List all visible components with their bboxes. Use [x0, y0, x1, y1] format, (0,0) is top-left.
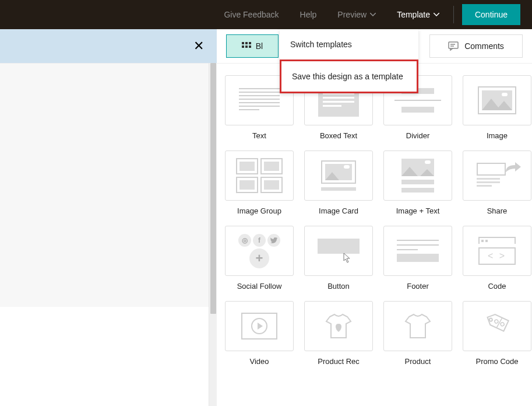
plus-icon: + [249, 249, 269, 268]
close-icon[interactable]: ✕ [193, 40, 204, 52]
svg-point-9 [489, 318, 492, 321]
block-product-thumb [383, 301, 452, 351]
block-video-label: Video [249, 357, 269, 366]
comment-icon [448, 41, 459, 51]
nav-preview[interactable]: Preview [327, 10, 386, 19]
blocks-tab[interactable]: Bl [226, 34, 279, 58]
nav-preview-label: Preview [337, 10, 367, 19]
block-image-label: Image [487, 131, 508, 140]
chevron-down-icon [370, 13, 376, 16]
block-product-rec[interactable]: Product Rec [304, 301, 373, 366]
block-share[interactable]: Share [463, 150, 531, 215]
dropdown-save-as-template[interactable]: Save this design as a template [280, 60, 418, 93]
svg-point-10 [494, 319, 499, 324]
block-image-card-thumb [304, 150, 373, 201]
nav-template-label: Template [397, 10, 430, 19]
block-footer-label: Footer [407, 282, 429, 290]
continue-button[interactable]: Continue [462, 4, 520, 25]
block-divider-label: Divider [406, 131, 429, 140]
block-promo-code-label: Promo Code [476, 357, 519, 366]
block-image-card[interactable]: Image Card [304, 150, 373, 215]
main-body: Text Boxed Text Divider Image [0, 63, 532, 406]
block-footer-thumb [383, 226, 452, 276]
dropdown-switch-templates[interactable]: Switch templates [280, 29, 418, 60]
block-code-label: Code [488, 282, 506, 290]
block-button-thumb [304, 226, 373, 276]
block-social-follow[interactable]: ◎ f + Social Follow [225, 226, 294, 290]
block-product-label: Product [405, 357, 431, 366]
svg-rect-6 [449, 42, 458, 48]
blocks-grid: Text Boxed Text Divider Image [225, 75, 524, 366]
block-image-card-label: Image Card [319, 206, 358, 215]
svg-rect-3 [242, 46, 244, 48]
block-code-thumb: < > [463, 226, 531, 276]
comments-label: Comments [464, 41, 504, 51]
comments-button[interactable]: Comments [429, 34, 523, 58]
svg-rect-4 [245, 46, 248, 48]
template-dropdown: Switch templates Save this design as a t… [280, 29, 418, 93]
canvas-header: ✕ [0, 29, 217, 63]
nav-give-feedback[interactable]: Give Feedback [213, 10, 289, 19]
block-button[interactable]: Button [304, 226, 373, 290]
block-boxed-text-label: Boxed Text [320, 131, 357, 140]
chevron-down-icon [434, 13, 439, 16]
block-image-text[interactable]: Image + Text [383, 150, 452, 215]
block-product[interactable]: Product [383, 301, 452, 366]
share-arrow-icon [503, 160, 522, 174]
twitter-icon [267, 234, 280, 247]
svg-point-11 [500, 322, 505, 327]
nav-template[interactable]: Template [386, 10, 450, 19]
scrollbar-thumb[interactable] [210, 63, 216, 314]
block-image[interactable]: Image [463, 75, 531, 140]
top-navbar: Give Feedback Help Preview Template Cont… [0, 0, 532, 29]
block-image-group-label: Image Group [237, 206, 281, 215]
block-share-label: Share [487, 206, 508, 215]
block-text-label: Text [252, 131, 266, 140]
block-code[interactable]: < > Code [463, 226, 531, 290]
topbar-divider [453, 6, 454, 23]
block-share-thumb [463, 150, 531, 201]
canvas-lower [0, 307, 209, 406]
block-image-thumb [463, 75, 531, 125]
block-video[interactable]: Video [225, 301, 294, 366]
facebook-icon: f [253, 234, 266, 247]
instagram-icon: ◎ [238, 234, 251, 247]
blocks-tab-label: Bl [256, 41, 263, 51]
scrollbar-track[interactable] [209, 63, 217, 406]
blocks-panel: Text Boxed Text Divider Image [217, 63, 532, 406]
svg-rect-0 [242, 42, 244, 44]
block-footer[interactable]: Footer [383, 226, 452, 290]
nav-help[interactable]: Help [290, 10, 327, 19]
canvas-area[interactable] [0, 63, 209, 406]
svg-rect-1 [245, 42, 248, 44]
block-image-text-label: Image + Text [396, 206, 440, 215]
block-image-text-thumb [383, 150, 452, 201]
block-button-label: Button [327, 282, 350, 290]
sub-toolbar: ✕ Bl Comments [0, 29, 532, 63]
block-image-group-thumb [225, 150, 294, 201]
block-video-thumb [225, 301, 294, 351]
grid-icon [242, 42, 251, 50]
block-product-rec-thumb [304, 301, 373, 351]
block-social-follow-thumb: ◎ f + [225, 226, 294, 276]
block-promo-code-thumb [463, 301, 531, 351]
block-social-follow-label: Social Follow [237, 282, 282, 290]
svg-rect-2 [249, 42, 251, 44]
cursor-icon [343, 253, 351, 263]
svg-rect-5 [249, 46, 251, 48]
block-product-rec-label: Product Rec [318, 357, 360, 366]
block-image-group[interactable]: Image Group [225, 150, 294, 215]
block-promo-code[interactable]: Promo Code [463, 301, 531, 366]
